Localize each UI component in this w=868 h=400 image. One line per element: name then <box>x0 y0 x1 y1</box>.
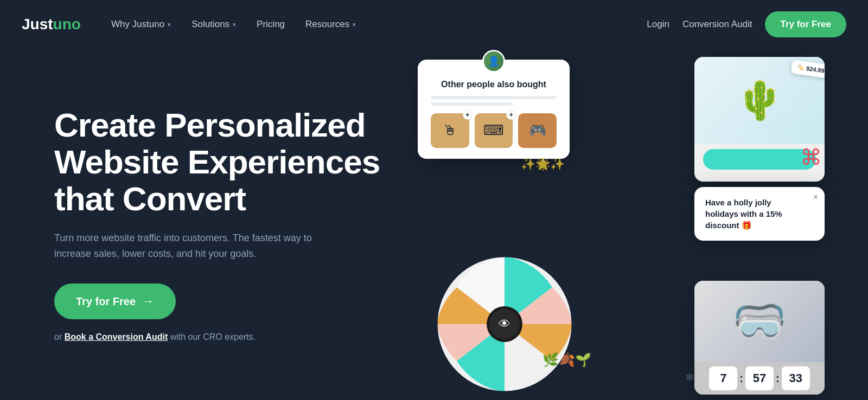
countdown-background: 🥽 <box>694 281 825 362</box>
product-thumb-keyboard: ⌨ + <box>475 113 513 148</box>
nav-right: Login Conversion Audit Try for Free <box>647 11 846 37</box>
countdown-seconds: 33 <box>782 366 810 390</box>
nav-item-resources[interactable]: Resources ▾ <box>297 14 365 35</box>
book-audit-link[interactable]: Book a Conversion Audit <box>65 332 168 341</box>
logo[interactable]: Justuno <box>22 16 81 33</box>
product-thumb-mouse: 🖱 + <box>431 113 469 148</box>
countdown-separator: : <box>739 372 743 385</box>
avatar: 👤 <box>482 50 505 73</box>
chevron-down-icon: ▾ <box>233 21 236 28</box>
arrow-right-icon: → <box>142 294 154 308</box>
try-for-free-hero-button[interactable]: Try for Free → <box>54 283 176 319</box>
holiday-card-text: Have a holly jolly holidays with a 15% d… <box>705 197 814 231</box>
hero-illustrations: ✳ ❄ 👤 Other people also bought 🖱 + ⌨ + <box>391 49 825 400</box>
login-link[interactable]: Login <box>647 19 669 30</box>
vr-person-image: 🥽 <box>732 296 787 347</box>
leaves-deco: 🌿🍂🌱 <box>542 352 591 367</box>
nav-item-why-justuno[interactable]: Why Justuno ▾ <box>103 14 180 35</box>
hero-title: Create Personalized Website Experiences … <box>54 107 391 218</box>
also-bought-title: Other people also bought <box>431 79 557 91</box>
card-line <box>431 96 557 99</box>
navigation: Justuno Why Justuno ▾ Solutions ▾ Pricin… <box>0 0 868 49</box>
plant-card-image: 🌵 🏷️ $24.99 <box>694 57 825 144</box>
wheel-pointer <box>427 319 438 330</box>
wheel-center: 👁 <box>489 309 520 339</box>
card-line-short <box>431 102 513 106</box>
snowflake-small-deco-icon: ❄ <box>685 371 694 384</box>
shop-now-button[interactable] <box>703 149 816 170</box>
light-strand-deco: ✨🌟✨ <box>521 157 565 171</box>
countdown-numbers: 7 : 57 : 33 <box>694 362 825 395</box>
product-list: 🖱 + ⌨ + 🎮 <box>431 113 557 148</box>
chevron-down-icon: ▾ <box>353 21 356 28</box>
chevron-down-icon: ▾ <box>168 21 171 28</box>
hero-subtitle: Turn more website traffic into customers… <box>54 230 315 262</box>
red-loop-deco: ⌘ <box>800 146 822 168</box>
countdown-card: 🥽 7 : 57 : 33 <box>694 281 825 395</box>
close-icon[interactable]: × <box>813 192 818 202</box>
plant-card: 🌵 🏷️ $24.99 ⌘ <box>694 57 825 182</box>
countdown-hours: 7 <box>709 366 737 390</box>
spin-wheel: 👁 <box>434 254 575 395</box>
hero-secondary-cta: or Book a Conversion Audit with our CRO … <box>54 332 391 342</box>
price-tag: 🏷️ $24.99 <box>791 60 825 79</box>
try-for-free-nav-button[interactable]: Try for Free <box>765 11 846 37</box>
hero-content: Create Personalized Website Experiences … <box>54 107 391 342</box>
countdown-separator-2: : <box>776 372 780 385</box>
nav-item-pricing[interactable]: Pricing <box>248 14 293 35</box>
nav-items: Why Justuno ▾ Solutions ▾ Pricing Resour… <box>103 14 647 35</box>
holiday-card: × Have a holly jolly holidays with a 15%… <box>694 187 825 241</box>
conversion-audit-link[interactable]: Conversion Audit <box>682 19 752 30</box>
nav-item-solutions[interactable]: Solutions ▾ <box>183 14 245 35</box>
hero-section: Create Personalized Website Experiences … <box>0 49 868 400</box>
product-thumb-accessory: 🎮 <box>518 113 557 148</box>
also-bought-card: 👤 Other people also bought 🖱 + ⌨ + 🎮 <box>418 60 570 159</box>
countdown-minutes: 57 <box>745 366 774 390</box>
